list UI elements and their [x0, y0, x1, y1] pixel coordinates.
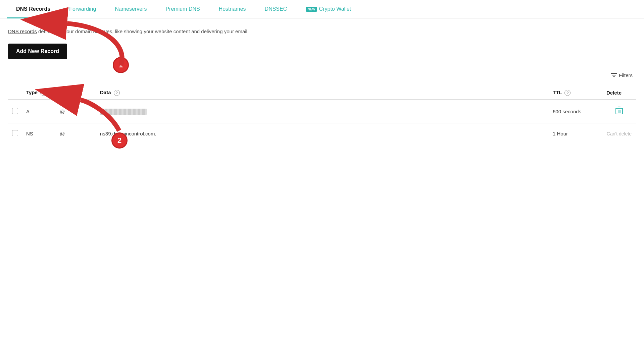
row1-blurred-data	[100, 109, 147, 115]
table-row: NS @ ns39.domaincontrol.com. 1 Hour Can'…	[8, 123, 636, 144]
row1-name: @	[56, 100, 96, 123]
row2-checkbox-cell	[8, 123, 22, 144]
tab-dns-records[interactable]: DNS Records	[7, 0, 60, 18]
row1-checkbox[interactable]	[12, 108, 18, 114]
row1-type: A	[22, 100, 56, 123]
name-help-icon[interactable]: ?	[76, 90, 82, 96]
tab-crypto-wallet[interactable]: NEW Crypto Wallet	[296, 0, 360, 18]
data-help-icon[interactable]: ?	[114, 90, 120, 96]
col-delete: Delete	[602, 86, 636, 100]
row1-data	[96, 100, 549, 123]
col-checkbox	[8, 86, 22, 100]
add-new-record-button[interactable]: Add New Record	[8, 44, 67, 59]
dns-records-link[interactable]: DNS records	[8, 28, 37, 34]
row2-data: ns39.domaincontrol.com.	[96, 123, 549, 144]
filter-icon	[611, 73, 617, 77]
tab-dnssec[interactable]: DNSSEC	[255, 0, 297, 18]
dns-table: Type ? Name ? Data ? TTL ? De	[8, 86, 636, 144]
row1-delete-cell	[602, 100, 636, 123]
page-content: DNS records define how your domain behav…	[0, 18, 644, 154]
tab-forwarding[interactable]: Forwarding	[60, 0, 105, 18]
row1-ttl: 600 seconds	[549, 100, 602, 123]
tab-premium-dns[interactable]: Premium DNS	[156, 0, 209, 18]
description-body: define how your domain behaves, like sho…	[37, 28, 249, 34]
ttl-help-icon[interactable]: ?	[564, 90, 571, 96]
row1-delete-button[interactable]	[615, 107, 623, 116]
row2-type: NS	[22, 123, 56, 144]
row2-name: @	[56, 123, 96, 144]
col-ttl: TTL ?	[549, 86, 602, 100]
filters-label: Filters	[619, 72, 633, 78]
crypto-wallet-label: Crypto Wallet	[319, 6, 351, 12]
type-help-icon[interactable]: ?	[40, 90, 46, 96]
filters-button[interactable]: Filters	[611, 72, 633, 78]
trash-icon	[615, 107, 623, 115]
page-wrapper: DNS Records Forwarding Nameservers Premi…	[0, 0, 644, 345]
cant-delete-label: Can't delete	[607, 131, 632, 136]
row1-checkbox-cell	[8, 100, 22, 123]
tabs-container: DNS Records Forwarding Nameservers Premi…	[0, 0, 644, 18]
row2-delete-cell: Can't delete	[602, 123, 636, 144]
filters-row: Filters	[8, 72, 636, 78]
tab-hostnames[interactable]: Hostnames	[209, 0, 255, 18]
new-badge: NEW	[306, 7, 317, 12]
table-row: A @ 600 seconds	[8, 100, 636, 123]
col-type: Type ?	[22, 86, 56, 100]
row2-checkbox[interactable]	[12, 130, 18, 136]
table-header-row: Type ? Name ? Data ? TTL ? De	[8, 86, 636, 100]
row2-ttl: 1 Hour	[549, 123, 602, 144]
col-data: Data ?	[96, 86, 549, 100]
col-name: Name ?	[56, 86, 96, 100]
description-text: DNS records define how your domain behav…	[8, 28, 636, 36]
tab-nameservers[interactable]: Nameservers	[105, 0, 156, 18]
